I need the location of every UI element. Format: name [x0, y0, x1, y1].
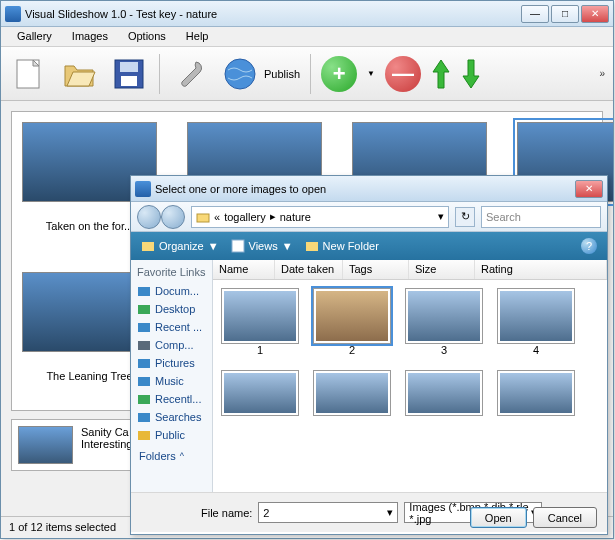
refresh-button[interactable]: ↻ [455, 207, 475, 227]
folder-icon [137, 374, 151, 388]
open-button[interactable]: Open [470, 507, 527, 528]
filename-input[interactable]: 2▾ [258, 502, 398, 523]
favorite-link[interactable]: Searches [135, 408, 208, 426]
app-icon [5, 6, 21, 22]
menu-help[interactable]: Help [176, 27, 219, 46]
save-icon[interactable] [109, 54, 149, 94]
file-area: Name Date taken Tags Size Rating 1234 [213, 260, 607, 492]
menu-options[interactable]: Options [118, 27, 176, 46]
file-thumbnail-icon [313, 370, 391, 416]
file-thumbnail-icon [405, 370, 483, 416]
path-box[interactable]: « togallery▸ nature ▾ [191, 206, 449, 228]
move-up-icon[interactable] [431, 56, 451, 92]
file-item[interactable]: 4 [497, 288, 575, 356]
file-label: 2 [313, 344, 391, 356]
favorite-link[interactable]: Docum... [135, 282, 208, 300]
svg-point-4 [225, 59, 255, 89]
svg-rect-8 [306, 242, 318, 251]
main-titlebar[interactable]: Visual Slideshow 1.0 - Test key - nature… [1, 1, 613, 27]
file-grid[interactable]: 1234 [213, 280, 607, 492]
folder-icon [137, 428, 151, 442]
favorite-link[interactable]: Desktop [135, 300, 208, 318]
favorite-link[interactable]: Public [135, 426, 208, 444]
file-item[interactable] [313, 370, 391, 416]
globe-icon[interactable] [220, 54, 260, 94]
back-button[interactable] [137, 205, 161, 229]
dialog-title: Select one or more images to open [155, 183, 575, 195]
filename-label: File name: [201, 507, 252, 519]
file-item[interactable] [405, 370, 483, 416]
maximize-button[interactable]: □ [551, 5, 579, 23]
file-thumbnail-icon [497, 370, 575, 416]
path-seg[interactable]: nature [280, 211, 311, 223]
close-button[interactable]: ✕ [581, 5, 609, 23]
file-thumbnail-icon [497, 288, 575, 344]
new-page-icon[interactable] [9, 54, 49, 94]
col-size[interactable]: Size [409, 260, 475, 279]
file-thumbnail-icon [405, 288, 483, 344]
move-down-icon[interactable] [461, 56, 481, 92]
svg-rect-5 [197, 214, 209, 222]
favorite-link[interactable]: Comp... [135, 336, 208, 354]
favorite-link[interactable]: Music [135, 372, 208, 390]
overflow-icon[interactable]: » [599, 68, 605, 79]
file-item[interactable] [221, 370, 299, 416]
favorites-panel: Favorite Links Docum...DesktopRecent ...… [131, 260, 213, 492]
command-bar: Organize ▼ Views ▼ New Folder ? [131, 232, 607, 260]
svg-rect-13 [138, 359, 150, 368]
menu-images[interactable]: Images [62, 27, 118, 46]
help-icon[interactable]: ? [581, 238, 597, 254]
cancel-button[interactable]: Cancel [533, 507, 597, 528]
file-thumbnail-icon [221, 288, 299, 344]
col-name[interactable]: Name [213, 260, 275, 279]
caption-text[interactable]: Sanity Ca Interesting [81, 426, 132, 450]
folder-icon [137, 302, 151, 316]
svg-rect-17 [138, 431, 150, 440]
forward-button[interactable] [161, 205, 185, 229]
status-text: 1 of 12 items selected [9, 521, 116, 533]
file-label: 4 [497, 344, 575, 356]
file-item[interactable]: 2 [313, 288, 391, 356]
dialog-close-button[interactable]: ✕ [575, 180, 603, 198]
menubar: Gallery Images Options Help [1, 27, 613, 47]
remove-button[interactable]: — [385, 56, 421, 92]
col-tags[interactable]: Tags [343, 260, 409, 279]
svg-rect-7 [232, 240, 244, 252]
folders-toggle[interactable]: Folders ^ [135, 444, 208, 468]
publish-label[interactable]: Publish [264, 68, 300, 80]
menu-gallery[interactable]: Gallery [7, 27, 62, 46]
views-button[interactable]: Views ▼ [231, 239, 293, 253]
file-item[interactable] [497, 370, 575, 416]
favorite-link[interactable]: Recentl... [135, 390, 208, 408]
nav-row: « togallery▸ nature ▾ ↻ Search [131, 202, 607, 232]
folder-icon [137, 356, 151, 370]
main-toolbar: Publish + ▼ — » [1, 47, 613, 101]
wrench-icon[interactable] [170, 54, 210, 94]
column-headers[interactable]: Name Date taken Tags Size Rating [213, 260, 607, 280]
svg-rect-2 [120, 62, 138, 72]
open-folder-icon[interactable] [59, 54, 99, 94]
file-thumbnail-icon [313, 288, 391, 344]
minimize-button[interactable]: — [521, 5, 549, 23]
favorites-title: Favorite Links [135, 264, 208, 282]
folder-icon [137, 320, 151, 334]
organize-button[interactable]: Organize ▼ [141, 239, 219, 253]
file-item[interactable]: 1 [221, 288, 299, 356]
folder-icon [137, 338, 151, 352]
svg-rect-10 [138, 305, 150, 314]
new-folder-button[interactable]: New Folder [305, 239, 379, 253]
svg-rect-6 [142, 242, 154, 251]
views-icon [231, 239, 245, 253]
add-button[interactable]: + [321, 56, 357, 92]
favorite-link[interactable]: Pictures [135, 354, 208, 372]
file-item[interactable]: 3 [405, 288, 483, 356]
open-dialog: Select one or more images to open ✕ « to… [130, 175, 608, 535]
path-seg[interactable]: togallery [224, 211, 266, 223]
main-title: Visual Slideshow 1.0 - Test key - nature [25, 8, 521, 20]
search-input[interactable]: Search [481, 206, 601, 228]
dialog-titlebar[interactable]: Select one or more images to open ✕ [131, 176, 607, 202]
favorite-link[interactable]: Recent ... [135, 318, 208, 336]
col-date[interactable]: Date taken [275, 260, 343, 279]
caption-thumb-icon [18, 426, 73, 464]
col-rating[interactable]: Rating [475, 260, 607, 279]
